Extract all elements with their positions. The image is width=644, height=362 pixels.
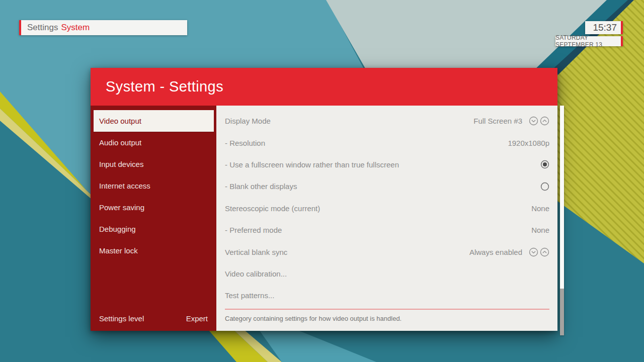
setting-row-display-mode[interactable]: Display Mode Full Screen #3 <box>216 110 557 132</box>
radio-icon <box>540 182 549 191</box>
setting-label: - Blank other displays <box>225 182 534 191</box>
settings-level-value: Expert <box>186 314 208 323</box>
sidebar-item-debugging[interactable]: Debugging <box>91 218 216 240</box>
sidebar-item-label: Power saving <box>99 203 144 212</box>
settings-panel: Display Mode Full Screen #3 - Resolution… <box>216 106 557 331</box>
setting-label: - Resolution <box>225 139 508 147</box>
breadcrumb-subsection: System <box>61 23 90 33</box>
help-text: Category containing settings for how vid… <box>225 315 549 322</box>
sidebar-item-internet-access[interactable]: Internet access <box>91 175 216 197</box>
spinner-control <box>529 116 549 126</box>
clock-date: SATURDAY SEPTEMBER 13 <box>555 36 623 46</box>
setting-value: Always enabled <box>469 248 522 256</box>
dialog-header: System - Settings <box>91 68 557 106</box>
setting-value: 1920x1080p <box>508 139 549 147</box>
sidebar-item-master-lock[interactable]: Master lock <box>91 240 216 261</box>
clock-time: 15:37 <box>585 21 623 34</box>
chevron-up-circle-icon[interactable] <box>540 116 549 126</box>
sidebar-item-label: Debugging <box>99 225 136 233</box>
settings-level-row[interactable]: Settings level Expert <box>99 314 208 323</box>
setting-row-blank-other-displays[interactable]: - Blank other displays <box>216 175 557 197</box>
dialog-body: Video output Audio output Input devices … <box>91 106 557 331</box>
chevron-down-circle-icon[interactable] <box>529 116 538 126</box>
category-sidebar: Video output Audio output Input devices … <box>91 106 216 331</box>
settings-list: Display Mode Full Screen #3 - Resolution… <box>216 110 557 307</box>
sidebar-item-label: Video output <box>99 117 141 125</box>
setting-label: Stereoscopic mode (current) <box>225 204 531 213</box>
radio-button[interactable] <box>540 160 549 169</box>
setting-row-resolution[interactable]: - Resolution 1920x1080p <box>216 132 557 153</box>
chevron-down-circle-icon[interactable] <box>529 247 538 257</box>
setting-row-use-a-fullscreen-window-rather-than-true-fullscreen[interactable]: - Use a fullscreen window rather than tr… <box>216 154 557 175</box>
setting-row-video-calibration[interactable]: Video calibration... <box>216 263 557 285</box>
breadcrumb-section: Settings <box>27 23 58 33</box>
sidebar-item-label: Master lock <box>99 246 138 255</box>
setting-label: - Preferred mode <box>225 226 531 234</box>
radio-icon <box>540 160 549 169</box>
sidebar-item-label: Internet access <box>99 182 150 190</box>
setting-value: Full Screen #3 <box>473 117 522 125</box>
setting-row-stereoscopic-mode-current[interactable]: Stereoscopic mode (current) None <box>216 198 557 219</box>
breadcrumb: Settings System <box>19 20 187 35</box>
sidebar-item-label: Input devices <box>99 160 143 168</box>
setting-row-test-patterns[interactable]: Test patterns... <box>216 285 557 306</box>
settings-dialog: System - Settings Video output Audio out… <box>91 68 557 331</box>
setting-label: Test patterns... <box>225 291 549 300</box>
setting-row-vertical-blank-sync[interactable]: Vertical blank sync Always enabled <box>216 241 557 262</box>
setting-value: None <box>531 204 549 213</box>
sidebar-item-video-output[interactable]: Video output <box>94 110 214 132</box>
scrollbar-thumb[interactable] <box>560 289 564 335</box>
sidebar-item-audio-output[interactable]: Audio output <box>91 132 216 153</box>
setting-row-preferred-mode[interactable]: - Preferred mode None <box>216 219 557 241</box>
scrollbar-track[interactable] <box>560 106 564 335</box>
settings-level-label: Settings level <box>99 314 144 323</box>
sidebar-item-power-saving[interactable]: Power saving <box>91 197 216 218</box>
desktop: Settings System 15:37 SATURDAY SEPTEMBER… <box>0 0 644 362</box>
dialog-title: System - Settings <box>106 78 223 95</box>
setting-label: - Use a fullscreen window rather than tr… <box>225 160 534 169</box>
sidebar-item-label: Audio output <box>99 138 141 147</box>
spinner-control <box>529 247 549 257</box>
sidebar-item-input-devices[interactable]: Input devices <box>91 153 216 175</box>
setting-label: Display Mode <box>225 117 473 125</box>
sidebar-list: Video output Audio output Input devices … <box>91 110 216 261</box>
setting-value: None <box>531 226 549 234</box>
chevron-up-circle-icon[interactable] <box>540 247 549 257</box>
help-separator <box>225 309 549 310</box>
radio-button[interactable] <box>540 182 549 191</box>
setting-label: Video calibration... <box>225 269 549 278</box>
setting-label: Vertical blank sync <box>225 248 469 256</box>
